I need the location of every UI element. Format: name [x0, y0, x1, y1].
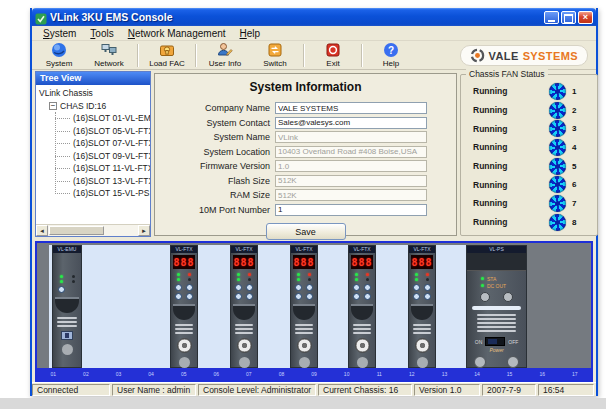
- tree-node-chassis[interactable]: −CHAS ID:16: [39, 100, 150, 113]
- fan-number: 7: [572, 199, 576, 208]
- save-button[interactable]: Save: [266, 223, 346, 240]
- card-handle: [293, 304, 315, 320]
- ps-vent-grille: [477, 314, 516, 332]
- field-input-system-name[interactable]: [275, 131, 427, 143]
- tree-node-root[interactable]: VLink Chassis: [39, 87, 150, 100]
- svg-text:?: ?: [388, 45, 394, 56]
- fan-status-text: Running: [473, 180, 523, 190]
- menu-item-help[interactable]: Help: [233, 28, 268, 39]
- close-button[interactable]: ×: [578, 11, 593, 24]
- desktop: VLink 3KU EMS Console × SystemToolsNetwo…: [0, 0, 606, 409]
- fan-number: 8: [572, 218, 576, 227]
- network-icon: [101, 42, 117, 58]
- seven-segment-display: 888: [411, 255, 433, 269]
- scroll-left-icon[interactable]: ◄: [36, 225, 48, 236]
- status-segment-6: 2007-7-9: [482, 384, 536, 396]
- card-label: VL-EMU: [53, 246, 81, 253]
- user-info-icon: [217, 42, 233, 58]
- field-input-flash-size[interactable]: [275, 175, 427, 187]
- toolbar-button-help[interactable]: ?Help: [366, 42, 416, 69]
- seven-segment-display: 888: [293, 255, 315, 269]
- menu-item-tools[interactable]: Tools: [83, 28, 120, 39]
- status-segment-5: Version 1.0: [414, 384, 480, 396]
- menu-item-network-management[interactable]: Network Management: [121, 28, 233, 39]
- brand-primary: VALE: [489, 50, 519, 62]
- toolbar-button-load-fac[interactable]: Load FAC: [142, 42, 192, 69]
- brand-secondary: SYSTEMS: [523, 50, 578, 62]
- chassis-card-vl-ftx-3[interactable]: VL-FTX888: [290, 245, 318, 368]
- slot-number: 03: [102, 371, 135, 377]
- chassis-card-vl-ps-6[interactable]: VL-PSSTADC OUTONOFFPower: [466, 245, 527, 368]
- toolbar-button-exit[interactable]: Exit: [308, 42, 358, 69]
- chassis-front-view: VL-EMUVL-FTX888VL-FTX888VL-FTX888VL-FTX8…: [35, 241, 593, 382]
- chassis-card-vl-ftx-1[interactable]: VL-FTX888: [170, 245, 198, 368]
- form-row-flash-size: Flash Size: [155, 174, 456, 189]
- bottom-knob: [239, 357, 250, 368]
- fan-number: 1: [572, 87, 576, 96]
- field-input-10m-port-number[interactable]: [275, 204, 427, 216]
- fan-number: 6: [572, 180, 576, 189]
- status-leds: [176, 273, 192, 281]
- card-handle: [351, 304, 373, 320]
- fan-icon: [549, 139, 566, 156]
- field-input-system-contact[interactable]: [275, 117, 427, 129]
- page-bottom-strip: [0, 398, 606, 409]
- chassis-card-vl-ftx-4[interactable]: VL-FTX888: [348, 245, 376, 368]
- vent-grille: [235, 324, 253, 334]
- fan-status-text: Running: [473, 217, 523, 227]
- toolbar-button-network[interactable]: Network: [84, 42, 134, 69]
- toolbar: SystemNetworkLoad FACUser InfoSwitchExit…: [32, 41, 596, 70]
- title-bar: VLink 3KU EMS Console ×: [32, 8, 596, 26]
- chassis-card-vl-ftx-5[interactable]: VL-FTX888: [408, 245, 436, 368]
- menu-item-system[interactable]: System: [36, 28, 83, 39]
- form-row-company-name: Company Name: [155, 101, 456, 116]
- field-input-firmware-version[interactable]: [275, 160, 427, 172]
- scroll-thumb[interactable]: [49, 226, 104, 235]
- fan-row-3: Running3: [473, 119, 591, 138]
- card-handle: [233, 304, 255, 320]
- toolbar-buttons: SystemNetworkLoad FACUser InfoSwitchExit…: [34, 41, 416, 69]
- tree-horizontal-scrollbar[interactable]: ◄ ►: [36, 224, 150, 236]
- fan-row-2: Running2: [473, 101, 591, 120]
- round-connector: [355, 338, 370, 353]
- fan-status-text: Running: [473, 142, 523, 152]
- field-input-company-name[interactable]: [275, 102, 427, 114]
- status-leds: [296, 273, 312, 281]
- field-input-ram-size[interactable]: [275, 189, 427, 201]
- field-label-system-location: System Location: [155, 147, 275, 157]
- fan-status-text: Running: [473, 198, 523, 208]
- off-label: OFF: [508, 339, 518, 345]
- exit-icon: [325, 42, 341, 58]
- vent-grille: [175, 324, 193, 334]
- toolbar-button-label: Exit: [326, 59, 339, 68]
- tree-view-header: Tree View: [36, 72, 150, 85]
- help-icon: ?: [383, 42, 399, 58]
- form-row-system-name: System Name: [155, 130, 456, 145]
- seven-segment-display: 888: [173, 255, 195, 269]
- card-label: VL-FTX: [231, 246, 257, 253]
- fan-rows: Running1Running2Running3Running4Running5…: [461, 75, 597, 232]
- chassis-card-vl-emu-0[interactable]: VL-EMU: [52, 245, 82, 368]
- power-switch[interactable]: ONOFF: [467, 337, 526, 346]
- slot-number-strip: 0102030405060708091011121314151617: [37, 368, 591, 380]
- scroll-track[interactable]: [48, 225, 138, 236]
- card-label: VL-PS: [467, 246, 526, 253]
- fan-icon: [549, 158, 566, 175]
- form-row-system-location: System Location: [155, 145, 456, 160]
- card-handle: [55, 297, 79, 313]
- field-input-system-location[interactable]: [275, 146, 427, 158]
- toolbar-button-system[interactable]: System: [34, 42, 84, 69]
- toolbar-button-user-info[interactable]: User Info: [200, 42, 250, 69]
- slot-number: 07: [233, 371, 266, 377]
- vent-grille: [353, 324, 371, 334]
- collapse-toggle-icon[interactable]: −: [49, 102, 57, 110]
- field-label-flash-size: Flash Size: [155, 176, 275, 186]
- toolbar-separator: [303, 44, 305, 67]
- fan-icon: [549, 195, 566, 212]
- maximize-button[interactable]: [561, 11, 576, 24]
- chassis-card-vl-ftx-2[interactable]: VL-FTX888: [230, 245, 258, 368]
- toolbar-button-switch[interactable]: Switch: [250, 42, 300, 69]
- minimize-button[interactable]: [544, 11, 559, 24]
- fan-number: 5: [572, 162, 576, 171]
- scroll-right-icon[interactable]: ►: [138, 225, 150, 236]
